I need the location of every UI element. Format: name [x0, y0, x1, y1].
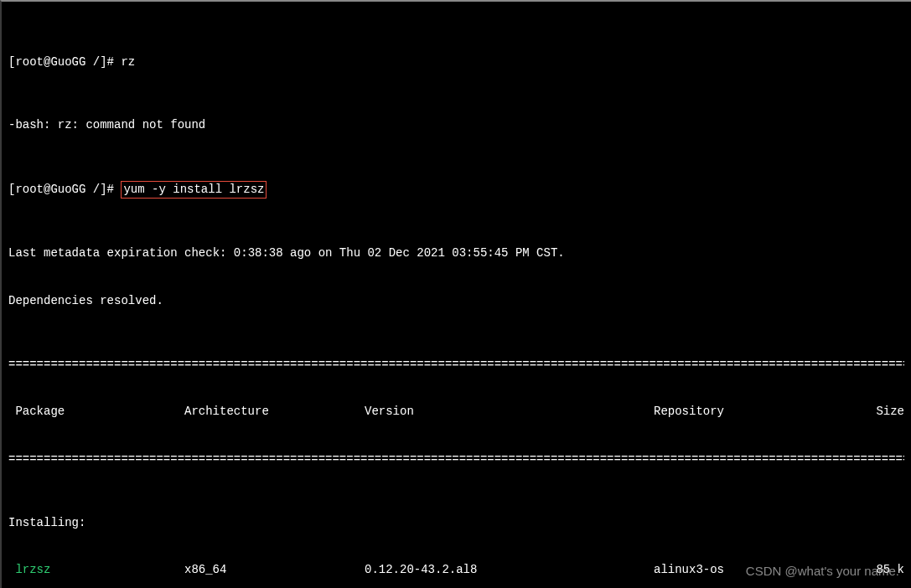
separator-line: ========================================… [8, 451, 904, 467]
prompt-line-2: [root@GuoGG /]# yum -y install lrzsz [8, 181, 904, 199]
deps-resolved: Dependencies resolved. [8, 293, 904, 309]
pkg-name: lrzsz [8, 562, 184, 578]
shell-prompt: [root@GuoGG /]# [8, 183, 121, 196]
col-repo: Repository [654, 404, 846, 420]
watermark-text: CSDN @what's your name. [746, 563, 899, 580]
highlighted-command: yum -y install lrzsz [121, 181, 267, 199]
command-text: rz [121, 55, 135, 69]
metadata-line: Last metadata expiration check: 0:38:38 … [8, 245, 904, 261]
terminal-window[interactable]: [root@GuoGG /]# rz -bash: rz: command no… [0, 0, 911, 588]
shell-prompt: [root@GuoGG /]# [8, 55, 121, 69]
col-package: Package [8, 404, 184, 420]
col-size: Size [846, 404, 904, 420]
separator-line: ========================================… [8, 357, 904, 373]
table-header: Package Architecture Version Repository … [8, 404, 904, 420]
col-version: Version [365, 404, 654, 420]
pkg-arch: x86_64 [184, 562, 365, 578]
pkg-version: 0.12.20-43.2.al8 [365, 562, 654, 578]
error-line: -bash: rz: command not found [8, 117, 904, 133]
installing-header: Installing: [8, 515, 904, 531]
prompt-line-1: [root@GuoGG /]# rz [8, 54, 904, 70]
col-arch: Architecture [184, 404, 365, 420]
